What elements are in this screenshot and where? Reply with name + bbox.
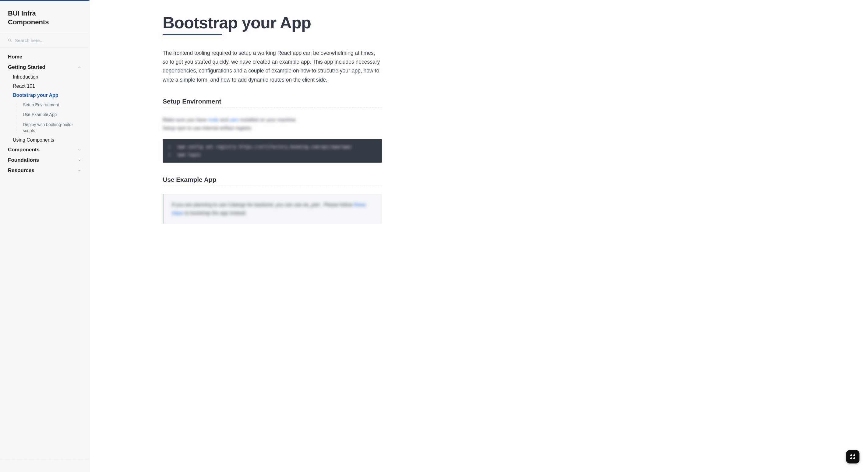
chevron-down-icon xyxy=(78,169,81,172)
main-content: Bootstrap your App The frontend tooling … xyxy=(90,0,868,472)
b1-suffix: installed on your machine xyxy=(240,117,296,122)
search-input[interactable] xyxy=(15,38,81,43)
nav-react-101-label: React 101 xyxy=(13,84,35,89)
nav-getting-started-label: Getting Started xyxy=(8,64,45,70)
nav-bootstrap-subsections: Setup Environment Use Example App Deploy… xyxy=(17,100,89,135)
nav-introduction-label: Introduction xyxy=(13,74,38,80)
nav-sub-setup-environment[interactable]: Setup Environment xyxy=(17,100,89,109)
search-icon xyxy=(8,38,12,42)
nav-components-label: Components xyxy=(8,147,40,153)
nav-getting-started-children: Introduction React 101 Bootstrap your Ap… xyxy=(0,72,89,145)
use-example-note-text: If you are planning to use Calango for b… xyxy=(172,201,374,217)
note-prefix: If you are planning to use Calango for b… xyxy=(172,202,354,208)
page-title: Bootstrap your App xyxy=(163,14,382,35)
nav-bootstrap-your-app-label: Bootstrap your App xyxy=(13,93,59,98)
chevron-down-icon xyxy=(78,158,81,162)
nav-resources-label: Resources xyxy=(8,167,34,174)
yarn-link[interactable]: yarn xyxy=(230,117,239,122)
search-row[interactable] xyxy=(0,33,89,48)
page-title-text: Bootstrap your App xyxy=(163,13,311,32)
use-example-note: If you are planning to use Calango for b… xyxy=(163,194,382,224)
svg-point-0 xyxy=(8,39,11,41)
nav-using-components[interactable]: Using Components xyxy=(5,135,89,145)
code-block-npm: 1 npm config set registry https://artifa… xyxy=(163,139,382,163)
section-use-example-app: Use Example App If you are planning to u… xyxy=(163,176,382,224)
nav-home[interactable]: Home xyxy=(0,52,89,62)
dots-grid-icon xyxy=(850,454,855,459)
help-widget-button[interactable] xyxy=(846,450,860,464)
nav-home-label: Home xyxy=(8,54,22,60)
svg-line-1 xyxy=(10,41,11,42)
nav-sub-use-example-app[interactable]: Use Example App xyxy=(17,109,89,119)
nav-using-components-label: Using Components xyxy=(13,137,54,143)
section-setup-environment: Setup Environment Make sure you have nod… xyxy=(163,98,382,163)
code-line-1-text: npm config set registry https://artifact… xyxy=(177,144,352,149)
nav-foundations[interactable]: Foundations xyxy=(0,155,89,165)
brand-title-line2: Components xyxy=(8,18,49,26)
nav-getting-started[interactable]: Getting Started xyxy=(0,62,89,72)
code-line-2: 2 npm login xyxy=(168,151,376,159)
b1-prefix: Make sure you have xyxy=(163,117,208,122)
nav-components[interactable]: Components xyxy=(0,145,89,155)
node-link[interactable]: node xyxy=(208,117,219,122)
brand-title: BUI Infra Components xyxy=(8,9,81,27)
nav-foundations-label: Foundations xyxy=(8,157,39,163)
code-line-1: 1 npm config set registry https://artifa… xyxy=(168,143,376,151)
section-use-example-app-heading: Use Example App xyxy=(163,176,382,186)
title-underline xyxy=(163,34,222,35)
setup-env-bullet-1: Make sure you have node and yarn install… xyxy=(163,116,382,124)
note-suffix: to bootstrap the app instead. xyxy=(185,211,247,216)
chevron-up-icon xyxy=(78,65,81,69)
code-line-2-text: npm login xyxy=(177,152,200,157)
nav-react-101[interactable]: React 101 xyxy=(5,82,89,91)
code-line-2-num: 2 xyxy=(168,151,175,159)
setup-env-instructions: Make sure you have node and yarn install… xyxy=(163,116,382,132)
sidebar-divider xyxy=(0,460,89,460)
b1-mid: and xyxy=(220,117,230,122)
intro-paragraph: The frontend tooling required to setup a… xyxy=(163,49,382,85)
content-column: Bootstrap your App The frontend tooling … xyxy=(163,14,382,224)
nav-sub-deploy[interactable]: Deploy with booking-build-scripts xyxy=(17,120,89,136)
chevron-down-icon xyxy=(78,148,81,152)
nav-bootstrap-your-app[interactable]: Bootstrap your App xyxy=(5,91,89,100)
sidebar: BUI Infra Components Home Getting Starte… xyxy=(0,0,90,472)
section-setup-environment-heading: Setup Environment xyxy=(163,98,382,108)
setup-env-bullet-2: Setup npm to use internal artifact regis… xyxy=(163,124,382,132)
code-line-1-num: 1 xyxy=(168,143,175,151)
brand-title-line1: BUI Infra xyxy=(8,9,36,17)
app-root: BUI Infra Components Home Getting Starte… xyxy=(0,0,868,472)
brand-block: BUI Infra Components xyxy=(0,1,89,33)
nav-resources[interactable]: Resources xyxy=(0,165,89,176)
nav-introduction[interactable]: Introduction xyxy=(5,72,89,82)
sidebar-nav: Home Getting Started Introduction React … xyxy=(0,48,89,183)
